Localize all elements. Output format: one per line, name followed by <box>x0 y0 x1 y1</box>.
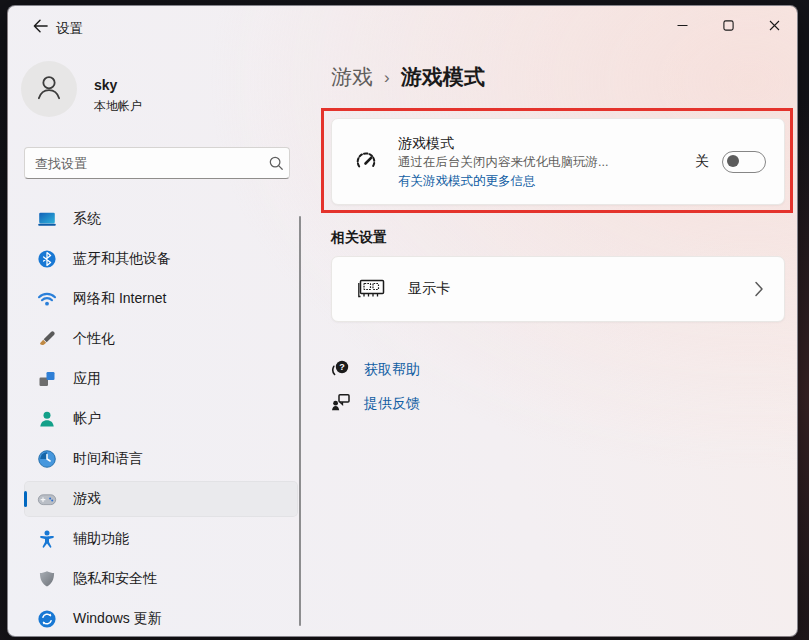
sidebar-item-time-language[interactable]: 时间和语言 <box>24 441 298 477</box>
breadcrumb-separator-icon: › <box>384 67 390 88</box>
paintbrush-icon <box>37 329 57 349</box>
sidebar-item-label: 网络和 Internet <box>73 290 166 308</box>
sidebar-item-label: 辅助功能 <box>73 530 129 548</box>
sidebar-item-label: 应用 <box>73 370 101 388</box>
game-mode-toggle-group: 关 <box>695 151 766 173</box>
game-mode-more-info-link[interactable]: 有关游戏模式的更多信息 <box>398 172 695 191</box>
related-settings-header: 相关设置 <box>331 229 387 247</box>
get-help-label: 获取帮助 <box>364 361 420 379</box>
graphics-label: 显示卡 <box>408 280 754 298</box>
laptop-icon <box>37 209 57 229</box>
chevron-right-icon <box>754 281 764 297</box>
search-icon <box>263 155 289 171</box>
minimize-button[interactable] <box>659 6 705 46</box>
sync-icon <box>37 609 57 629</box>
sidebar-item-label: 帐户 <box>73 410 101 428</box>
accessibility-person-icon <box>37 529 57 549</box>
help-question-icon: ? <box>331 358 351 382</box>
toggle-state-label: 关 <box>695 153 709 171</box>
sidebar-item-label: 时间和语言 <box>73 450 143 468</box>
feedback-person-icon <box>331 392 351 416</box>
give-feedback-label: 提供反馈 <box>364 395 420 413</box>
sidebar-item-label: 隐私和安全性 <box>73 570 157 588</box>
sidebar-item-label: 系统 <box>73 210 101 228</box>
search-input[interactable] <box>25 156 263 171</box>
graphics-settings-row[interactable]: 显示卡 <box>331 256 785 322</box>
selected-accent-bar <box>24 491 27 507</box>
game-mode-title: 游戏模式 <box>398 133 695 153</box>
user-account-type: 本地帐户 <box>94 98 142 115</box>
game-mode-description: 通过在后台关闭内容来优化电脑玩游... <box>398 153 695 172</box>
titlebar: 设置 <box>8 6 797 50</box>
screenshot-stage: 设置 sky 本地帐户 <box>0 0 809 640</box>
content-divider <box>299 216 301 626</box>
close-button[interactable] <box>751 6 797 46</box>
sidebar-item-label: 蓝牙和其他设备 <box>73 250 171 268</box>
sidebar-item-apps[interactable]: 应用 <box>24 361 298 397</box>
clock-icon <box>37 449 57 469</box>
person-icon <box>37 409 57 429</box>
settings-window: 设置 sky 本地帐户 <box>7 5 798 637</box>
apps-grid-icon <box>37 369 57 389</box>
sidebar-item-label: Windows 更新 <box>73 610 162 628</box>
window-controls <box>659 6 797 46</box>
graphics-card-icon <box>357 278 387 300</box>
window-title: 设置 <box>56 20 83 38</box>
sidebar-item-accounts[interactable]: 帐户 <box>24 401 298 437</box>
sidebar-item-label: 个性化 <box>73 330 115 348</box>
toggle-knob <box>727 155 739 167</box>
game-mode-gauge-icon <box>354 150 378 174</box>
user-avatar-icon <box>33 71 65 107</box>
sidebar-item-label: 游戏 <box>73 490 101 508</box>
user-name: sky <box>94 77 117 93</box>
game-mode-card: 游戏模式 通过在后台关闭内容来优化电脑玩游... 有关游戏模式的更多信息 关 <box>331 118 785 205</box>
avatar[interactable] <box>21 61 77 117</box>
close-icon <box>769 17 780 35</box>
sidebar-item-bluetooth[interactable]: 蓝牙和其他设备 <box>24 241 298 277</box>
back-button[interactable] <box>24 14 56 42</box>
wifi-icon <box>37 289 57 309</box>
maximize-button[interactable] <box>705 6 751 46</box>
svg-text:?: ? <box>339 362 345 372</box>
get-help-link[interactable]: ? 获取帮助 <box>331 359 420 381</box>
game-mode-toggle[interactable] <box>722 151 766 173</box>
bluetooth-icon <box>37 249 57 269</box>
sidebar-item-privacy[interactable]: 隐私和安全性 <box>24 561 298 597</box>
sidebar-item-accessibility[interactable]: 辅助功能 <box>24 521 298 557</box>
search-box[interactable] <box>24 147 290 179</box>
sidebar-item-windows-update[interactable]: Windows 更新 <box>24 601 298 637</box>
page-title: 游戏模式 <box>401 63 485 91</box>
gamepad-icon <box>37 489 57 509</box>
maximize-icon <box>723 17 734 35</box>
game-mode-text: 游戏模式 通过在后台关闭内容来优化电脑玩游... 有关游戏模式的更多信息 <box>398 133 695 191</box>
back-arrow-icon <box>32 18 49 38</box>
sidebar-item-personalization[interactable]: 个性化 <box>24 321 298 357</box>
minimize-icon <box>677 17 688 35</box>
shield-icon <box>37 569 57 589</box>
sidebar-item-network[interactable]: 网络和 Internet <box>24 281 298 317</box>
breadcrumb: 游戏 › 游戏模式 <box>331 63 485 91</box>
sidebar-item-system[interactable]: 系统 <box>24 201 298 237</box>
sidebar-nav: 系统 蓝牙和其他设备 网络和 Internet 个性化 <box>24 201 298 637</box>
sidebar-item-gaming[interactable]: 游戏 <box>24 481 298 517</box>
give-feedback-link[interactable]: 提供反馈 <box>331 393 420 415</box>
breadcrumb-parent[interactable]: 游戏 <box>331 63 373 91</box>
